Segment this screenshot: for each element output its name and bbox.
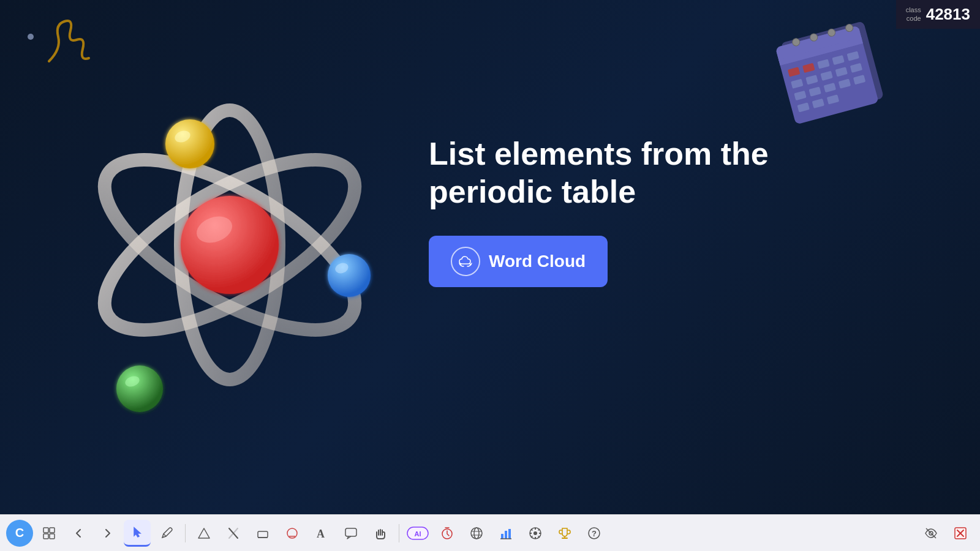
chat-icon — [344, 527, 358, 540]
svg-rect-42 — [258, 531, 268, 538]
back-icon — [72, 527, 85, 539]
svg-rect-39 — [50, 528, 55, 533]
class-code-badge: class code 42813 — [896, 0, 980, 29]
grid-icon — [42, 527, 56, 540]
eraser-icon — [256, 527, 270, 540]
svg-point-32 — [165, 119, 214, 168]
line-icon — [227, 527, 240, 540]
svg-rect-46 — [345, 528, 356, 536]
ai-icon: AI — [407, 527, 429, 540]
atom-illustration — [49, 49, 404, 429]
trophy-icon — [558, 527, 571, 540]
forward-button[interactable] — [94, 520, 121, 547]
hand-tool-button[interactable] — [367, 520, 394, 547]
toolbar-separator-1 — [185, 524, 186, 542]
svg-point-51 — [474, 528, 479, 539]
svg-line-64 — [531, 529, 533, 531]
shape-tool-button[interactable] — [190, 520, 217, 547]
help-icon: ? — [587, 527, 601, 540]
svg-point-0 — [28, 34, 34, 40]
calendar-decoration — [772, 18, 894, 129]
svg-rect-56 — [508, 529, 511, 539]
main-heading: List elements from the periodic table — [429, 135, 796, 211]
svg-point-30 — [181, 196, 279, 294]
text-icon: A — [315, 527, 328, 540]
svg-point-59 — [533, 531, 537, 535]
svg-text:AI: AI — [415, 530, 421, 538]
svg-text:A: A — [317, 528, 325, 540]
eye-toggle-button[interactable] — [918, 520, 944, 547]
hand-icon — [374, 527, 387, 540]
grid-view-button[interactable] — [36, 520, 62, 547]
svg-point-36 — [116, 365, 163, 412]
text-tool-button[interactable]: A — [308, 520, 335, 547]
pen-icon — [160, 527, 173, 540]
timer-button[interactable] — [434, 520, 461, 547]
svg-rect-54 — [501, 534, 503, 539]
chart-button[interactable] — [492, 520, 519, 547]
timer-icon — [440, 527, 454, 540]
svg-line-65 — [538, 536, 540, 538]
pen-button[interactable] — [153, 520, 180, 547]
wheel-icon — [529, 527, 542, 540]
word-cloud-button[interactable]: Word Cloud — [429, 236, 608, 287]
close-button[interactable] — [947, 520, 974, 547]
circle-icon — [285, 527, 299, 540]
class-code-label: class code — [906, 6, 921, 22]
main-area: class code 42813 — [0, 0, 980, 514]
svg-rect-41 — [50, 534, 55, 539]
pointer-button[interactable] — [124, 520, 151, 547]
globe-icon — [470, 527, 483, 540]
ai-tool-button[interactable]: AI — [404, 520, 431, 547]
forward-icon — [102, 527, 114, 539]
globe-button[interactable] — [463, 520, 490, 547]
help-button[interactable]: ? — [581, 520, 608, 547]
toolbar-separator-2 — [399, 524, 399, 542]
eye-icon — [924, 527, 938, 540]
content-area: List elements from the periodic table Wo… — [429, 135, 796, 287]
svg-line-67 — [531, 536, 533, 538]
class-code-number: 42813 — [926, 5, 970, 24]
pointer-icon — [131, 526, 143, 538]
svg-line-73 — [926, 528, 936, 538]
svg-rect-38 — [43, 528, 48, 533]
back-button[interactable] — [65, 520, 92, 547]
close-icon — [954, 527, 967, 540]
word-cloud-icon-circle — [451, 247, 480, 276]
line-tool-button[interactable] — [220, 520, 247, 547]
chart-icon — [499, 527, 513, 540]
wheel-button[interactable] — [522, 520, 549, 547]
svg-rect-40 — [43, 534, 48, 539]
toolbar-right — [918, 520, 974, 547]
svg-point-34 — [328, 254, 371, 297]
classin-logo-button[interactable]: C — [6, 520, 33, 547]
circle-tool-button[interactable] — [279, 520, 306, 547]
svg-rect-55 — [505, 531, 507, 539]
toolbar: C — [0, 514, 980, 551]
svg-point-50 — [471, 528, 482, 539]
chat-bubble-button[interactable] — [337, 520, 364, 547]
shape-icon — [197, 527, 211, 540]
trophy-button[interactable] — [551, 520, 578, 547]
word-cloud-label: Word Cloud — [489, 252, 586, 271]
svg-text:?: ? — [592, 529, 597, 538]
eraser-button[interactable] — [249, 520, 276, 547]
svg-line-66 — [538, 529, 540, 531]
